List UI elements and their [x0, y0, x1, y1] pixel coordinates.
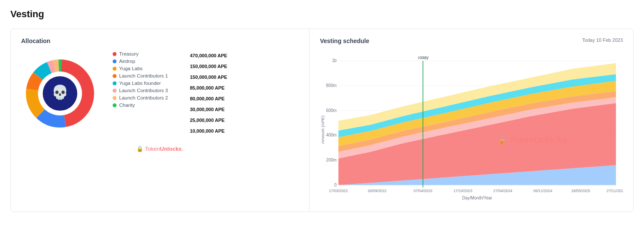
legend-label-text: Treasury [119, 51, 180, 56]
vesting-chart-area: 1b 800m 600m 400m 200m 0 [320, 56, 623, 203]
svg-text:400m: 400m [326, 133, 337, 137]
svg-text:27/11/2025: 27/11/2025 [606, 189, 623, 193]
allocation-title: Allocation [21, 37, 299, 44]
legend-label-text: Charity [119, 103, 180, 108]
svg-text:Day/Month/Year: Day/Month/Year [462, 196, 492, 200]
main-layout: Allocation [10, 28, 634, 212]
legend-color-dot [113, 81, 117, 85]
legend-value-text: 470,000,000 APE [190, 51, 227, 60]
legend-color-dot [113, 96, 117, 100]
legend-color-dot [113, 74, 117, 78]
legend-value-text: 25,000,000 APE [190, 116, 227, 124]
legend-item: Treasury [113, 51, 180, 56]
svg-text:18/05/2025: 18/05/2025 [571, 189, 590, 193]
svg-text:800m: 800m [326, 83, 337, 88]
legend-item: Launch Contributors 3 [113, 88, 180, 93]
legend-item: Yuga Labs founder [113, 81, 180, 86]
vesting-schedule-title: Vesting schedule [320, 37, 369, 44]
legend-color-dot [113, 89, 117, 93]
watermark-dot: . [182, 146, 183, 152]
vesting-chart-svg: 1b 800m 600m 400m 200m 0 [320, 56, 623, 203]
watermark-unlocks: Unlocks [160, 146, 182, 152]
watermark-lock-icon: 🔒 [136, 146, 143, 152]
legend-container: TreasuryAirdropYuga LabsLaunch Contribut… [113, 51, 227, 135]
svg-text:0: 0 [335, 183, 337, 187]
legend-label-text: Yuga Labs founder [119, 81, 180, 86]
legend-item: Airdrop [113, 59, 180, 64]
svg-text:600m: 600m [326, 108, 337, 113]
svg-text:17/10/2023: 17/10/2023 [454, 189, 473, 193]
legend-color-dot [113, 52, 117, 56]
donut-svg: 💀 [21, 55, 99, 132]
svg-text:06/11/2024: 06/11/2024 [534, 189, 552, 193]
legend-item: Yuga Labs [113, 66, 180, 71]
svg-text:Amount (APE): Amount (APE) [320, 115, 325, 144]
legend-label-text: Launch Contributors 3 [119, 88, 180, 93]
allocation-panel: Allocation [11, 29, 309, 211]
legend-item: Launch Contributors 2 [113, 95, 180, 100]
legend-label-text: Yuga Labs [119, 66, 180, 71]
legend-value-text: 80,000,000 APE [190, 94, 227, 103]
svg-text:1b: 1b [332, 58, 337, 63]
svg-text:27/04/2024: 27/04/2024 [493, 189, 512, 193]
legend-right: 470,000,000 APE150,000,000 APE150,000,00… [190, 51, 227, 135]
legend-value-text: 150,000,000 APE [190, 73, 227, 81]
svg-text:🔒 TokenUnlocks.: 🔒 TokenUnlocks. [496, 134, 569, 145]
legend-left: TreasuryAirdropYuga LabsLaunch Contribut… [113, 51, 180, 135]
svg-text:💀: 💀 [51, 84, 69, 100]
page-title: Vesting [10, 9, 634, 20]
svg-text:200m: 200m [326, 158, 337, 162]
legend-value-text: 10,000,000 APE [190, 127, 227, 135]
legend-label-text: Launch Contributors 1 [119, 73, 180, 78]
legend-value-text: 85,000,000 APE [190, 84, 227, 92]
svg-text:07/04/2023: 07/04/2023 [414, 189, 432, 193]
legend-color-dot [113, 67, 117, 71]
legend-color-dot [113, 59, 117, 63]
svg-text:Today: Today [417, 56, 429, 60]
vesting-schedule-panel: Vesting schedule Today 10 Feb 2023 [309, 29, 633, 211]
watermark-token: Token [145, 146, 160, 152]
watermark: 🔒 TokenUnlocks. [21, 146, 299, 152]
svg-text:17/03/2022: 17/03/2022 [329, 189, 348, 193]
legend-item: Charity [113, 103, 180, 108]
legend-label-text: Launch Contributors 2 [119, 95, 180, 100]
schedule-header: Vesting schedule Today 10 Feb 2023 [320, 37, 623, 51]
allocation-content: 💀 TreasuryAirdropYuga LabsLaunch Contrib… [21, 51, 299, 135]
legend-value-text: 30,000,000 APE [190, 105, 227, 114]
svg-text:26/09/2022: 26/09/2022 [368, 189, 387, 193]
donut-chart: 💀 [21, 55, 99, 132]
legend-label-text: Airdrop [119, 59, 180, 64]
legend-color-dot [113, 103, 117, 107]
today-date-label: Today 10 Feb 2023 [582, 37, 623, 43]
legend-item: Launch Contributors 1 [113, 73, 180, 78]
legend-value-text: 150,000,000 APE [190, 62, 227, 71]
